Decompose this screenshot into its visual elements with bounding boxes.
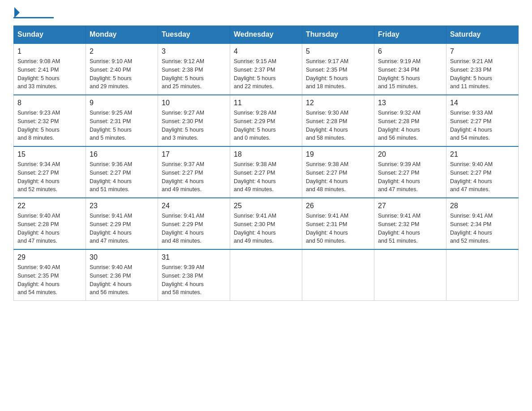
day-number: 1 (17, 47, 82, 56)
weekday-header-monday: Monday (86, 26, 158, 44)
calendar-cell: 8 Sunrise: 9:23 AMSunset: 2:32 PMDayligh… (14, 95, 86, 146)
calendar-cell: 28 Sunrise: 9:41 AMSunset: 2:34 PMDaylig… (446, 198, 519, 249)
day-info: Sunrise: 9:41 AMSunset: 2:34 PMDaylight:… (450, 212, 515, 245)
calendar-cell: 26 Sunrise: 9:41 AMSunset: 2:31 PMDaylig… (302, 198, 374, 249)
logo-triangle-icon (14, 7, 20, 18)
day-info: Sunrise: 9:40 AMSunset: 2:35 PMDaylight:… (17, 263, 82, 297)
calendar-cell: 2 Sunrise: 9:10 AMSunset: 2:40 PMDayligh… (86, 43, 158, 95)
calendar-cell: 5 Sunrise: 9:17 AMSunset: 2:35 PMDayligh… (302, 43, 374, 95)
calendar-cell: 23 Sunrise: 9:41 AMSunset: 2:29 PMDaylig… (86, 198, 158, 249)
day-info: Sunrise: 9:32 AMSunset: 2:28 PMDaylight:… (378, 109, 442, 142)
day-info: Sunrise: 9:38 AMSunset: 2:27 PMDaylight:… (306, 160, 370, 194)
day-info: Sunrise: 9:33 AMSunset: 2:27 PMDaylight:… (450, 109, 515, 142)
logo (13, 9, 54, 18)
logo-underline (13, 17, 54, 18)
calendar-table: SundayMondayTuesdayWednesdayThursdayFrid… (13, 26, 519, 301)
day-info: Sunrise: 9:39 AMSunset: 2:38 PMDaylight:… (162, 263, 226, 297)
day-info: Sunrise: 9:25 AMSunset: 2:31 PMDaylight:… (90, 109, 154, 142)
calendar-week-row: 22 Sunrise: 9:40 AMSunset: 2:28 PMDaylig… (14, 198, 519, 249)
day-number: 22 (17, 202, 82, 210)
calendar-header-row: SundayMondayTuesdayWednesdayThursdayFrid… (14, 26, 519, 44)
day-number: 15 (17, 150, 82, 158)
day-info: Sunrise: 9:21 AMSunset: 2:33 PMDaylight:… (450, 57, 515, 91)
weekday-header-wednesday: Wednesday (230, 26, 302, 44)
calendar-cell (446, 249, 519, 301)
day-info: Sunrise: 9:41 AMSunset: 2:32 PMDaylight:… (378, 212, 442, 245)
day-info: Sunrise: 9:41 AMSunset: 2:29 PMDaylight:… (90, 212, 154, 245)
calendar-cell (302, 249, 374, 301)
calendar-cell: 15 Sunrise: 9:34 AMSunset: 2:27 PMDaylig… (14, 146, 86, 198)
day-number: 17 (162, 150, 226, 158)
day-number: 18 (234, 150, 298, 158)
day-number: 9 (90, 99, 154, 107)
day-number: 10 (162, 99, 226, 107)
calendar-cell: 20 Sunrise: 9:39 AMSunset: 2:27 PMDaylig… (374, 146, 446, 198)
day-number: 4 (234, 47, 298, 56)
calendar-cell: 19 Sunrise: 9:38 AMSunset: 2:27 PMDaylig… (302, 146, 374, 198)
calendar-week-row: 1 Sunrise: 9:08 AMSunset: 2:41 PMDayligh… (14, 43, 519, 95)
day-number: 5 (306, 47, 370, 56)
day-number: 8 (17, 99, 82, 107)
day-number: 2 (90, 47, 154, 56)
day-info: Sunrise: 9:08 AMSunset: 2:41 PMDaylight:… (17, 57, 82, 91)
calendar-cell: 7 Sunrise: 9:21 AMSunset: 2:33 PMDayligh… (446, 43, 519, 95)
day-info: Sunrise: 9:27 AMSunset: 2:30 PMDaylight:… (162, 109, 226, 142)
day-number: 25 (234, 202, 298, 210)
day-number: 20 (378, 150, 442, 158)
calendar-cell: 25 Sunrise: 9:41 AMSunset: 2:30 PMDaylig… (230, 198, 302, 249)
calendar-cell: 29 Sunrise: 9:40 AMSunset: 2:35 PMDaylig… (14, 249, 86, 301)
calendar-cell (230, 249, 302, 301)
day-number: 21 (450, 150, 515, 158)
day-number: 7 (450, 47, 515, 56)
day-info: Sunrise: 9:40 AMSunset: 2:28 PMDaylight:… (17, 212, 82, 245)
calendar-cell: 9 Sunrise: 9:25 AMSunset: 2:31 PMDayligh… (86, 95, 158, 146)
day-number: 11 (234, 99, 298, 107)
day-number: 28 (450, 202, 515, 210)
day-number: 26 (306, 202, 370, 210)
day-number: 23 (90, 202, 154, 210)
day-info: Sunrise: 9:37 AMSunset: 2:27 PMDaylight:… (162, 160, 226, 194)
day-number: 31 (162, 253, 226, 261)
calendar-cell: 18 Sunrise: 9:38 AMSunset: 2:27 PMDaylig… (230, 146, 302, 198)
calendar-cell: 6 Sunrise: 9:19 AMSunset: 2:34 PMDayligh… (374, 43, 446, 95)
calendar-cell: 10 Sunrise: 9:27 AMSunset: 2:30 PMDaylig… (158, 95, 230, 146)
calendar-week-row: 15 Sunrise: 9:34 AMSunset: 2:27 PMDaylig… (14, 146, 519, 198)
day-number: 29 (17, 253, 82, 261)
day-info: Sunrise: 9:41 AMSunset: 2:31 PMDaylight:… (306, 212, 370, 245)
calendar-cell: 14 Sunrise: 9:33 AMSunset: 2:27 PMDaylig… (446, 95, 519, 146)
calendar-cell: 16 Sunrise: 9:36 AMSunset: 2:27 PMDaylig… (86, 146, 158, 198)
calendar-cell: 30 Sunrise: 9:40 AMSunset: 2:36 PMDaylig… (86, 249, 158, 301)
day-number: 6 (378, 47, 442, 56)
day-number: 27 (378, 202, 442, 210)
day-info: Sunrise: 9:38 AMSunset: 2:27 PMDaylight:… (234, 160, 298, 194)
day-info: Sunrise: 9:39 AMSunset: 2:27 PMDaylight:… (378, 160, 442, 194)
day-number: 3 (162, 47, 226, 56)
calendar-cell: 24 Sunrise: 9:41 AMSunset: 2:29 PMDaylig… (158, 198, 230, 249)
day-info: Sunrise: 9:40 AMSunset: 2:27 PMDaylight:… (450, 160, 515, 194)
day-info: Sunrise: 9:30 AMSunset: 2:28 PMDaylight:… (306, 109, 370, 142)
calendar-cell: 1 Sunrise: 9:08 AMSunset: 2:41 PMDayligh… (14, 43, 86, 95)
calendar-cell: 21 Sunrise: 9:40 AMSunset: 2:27 PMDaylig… (446, 146, 519, 198)
day-number: 30 (90, 253, 154, 261)
day-info: Sunrise: 9:19 AMSunset: 2:34 PMDaylight:… (378, 57, 442, 91)
day-number: 24 (162, 202, 226, 210)
calendar-cell: 4 Sunrise: 9:15 AMSunset: 2:37 PMDayligh… (230, 43, 302, 95)
weekday-header-sunday: Sunday (14, 26, 86, 44)
weekday-header-thursday: Thursday (302, 26, 374, 44)
calendar-cell: 17 Sunrise: 9:37 AMSunset: 2:27 PMDaylig… (158, 146, 230, 198)
calendar-cell: 27 Sunrise: 9:41 AMSunset: 2:32 PMDaylig… (374, 198, 446, 249)
day-info: Sunrise: 9:23 AMSunset: 2:32 PMDaylight:… (17, 109, 82, 142)
day-number: 13 (378, 99, 442, 107)
day-info: Sunrise: 9:28 AMSunset: 2:29 PMDaylight:… (234, 109, 298, 142)
day-number: 12 (306, 99, 370, 107)
calendar-week-row: 8 Sunrise: 9:23 AMSunset: 2:32 PMDayligh… (14, 95, 519, 146)
page-header (13, 9, 519, 18)
day-number: 16 (90, 150, 154, 158)
calendar-cell: 12 Sunrise: 9:30 AMSunset: 2:28 PMDaylig… (302, 95, 374, 146)
calendar-week-row: 29 Sunrise: 9:40 AMSunset: 2:35 PMDaylig… (14, 249, 519, 301)
calendar-cell: 31 Sunrise: 9:39 AMSunset: 2:38 PMDaylig… (158, 249, 230, 301)
day-info: Sunrise: 9:10 AMSunset: 2:40 PMDaylight:… (90, 57, 154, 91)
day-info: Sunrise: 9:36 AMSunset: 2:27 PMDaylight:… (90, 160, 154, 194)
day-info: Sunrise: 9:40 AMSunset: 2:36 PMDaylight:… (90, 263, 154, 297)
calendar-cell: 3 Sunrise: 9:12 AMSunset: 2:38 PMDayligh… (158, 43, 230, 95)
